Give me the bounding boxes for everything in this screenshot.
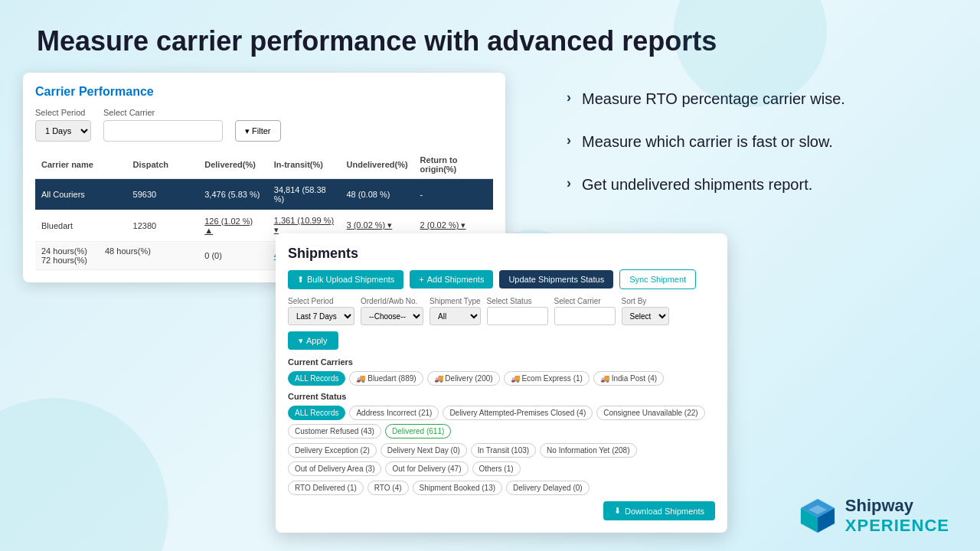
s-sort-group: Sort By Select bbox=[622, 297, 669, 325]
chip-delivery-attempted[interactable]: Delivery Attempted-Premises Closed (4) bbox=[443, 406, 593, 420]
logo-text: Shipway XPERIENCE bbox=[845, 496, 949, 536]
s-period-group: Select Period Last 7 Days bbox=[288, 297, 354, 325]
col-carrier-name: Carrier name bbox=[35, 151, 127, 179]
chip-delivered[interactable]: Delivered (611) bbox=[385, 424, 451, 439]
s-orderid-group: OrderId/Awb No. --Choose-- bbox=[361, 297, 423, 325]
chip-address-incorrect[interactable]: Address Incorrect (21) bbox=[349, 406, 439, 420]
chip-rto[interactable]: RTO (4) bbox=[368, 481, 409, 495]
bullet-text-2: Measure which carrier is fast or slow. bbox=[582, 131, 833, 152]
chip-customer-refused[interactable]: Customer Refused (43) bbox=[288, 424, 381, 439]
carrier-cell: Bluedart bbox=[35, 210, 127, 242]
col-undelivered: Undelivered(%) bbox=[341, 151, 414, 179]
delivered-cell[interactable]: 126 (1.02 %) ▲ bbox=[198, 210, 268, 242]
undelivered-cell: 48 (0.08 %) bbox=[341, 179, 414, 210]
delivered-cell: 3,476 (5.83 %) bbox=[198, 179, 268, 210]
s-type-label: Shipment Type bbox=[430, 297, 481, 305]
table-header-row: Carrier name Dispatch Delivered(%) In-tr… bbox=[35, 151, 493, 179]
shipments-card: Shipments ⬆ Bulk Upload Shipments + Add … bbox=[276, 233, 727, 533]
bullet-item-3: › Get undelivered shipments report. bbox=[567, 174, 957, 195]
carrier-filter-group: Select Carrier bbox=[103, 108, 223, 142]
s-orderid-label: OrderId/Awb No. bbox=[361, 297, 423, 305]
chip-shipment-booked[interactable]: Shipment Booked (13) bbox=[413, 481, 503, 495]
table-row: All Couriers 59630 3,476 (5.83 %) 34,814… bbox=[35, 179, 493, 210]
s-sort-label: Sort By bbox=[622, 297, 669, 305]
bullet-text-3: Get undelivered shipments report. bbox=[582, 174, 812, 195]
sub-hours-labels: 24 hours(%) 48 hours(%) 72 hours(%) bbox=[35, 242, 198, 270]
logo-area: Shipway XPERIENCE bbox=[798, 496, 949, 536]
current-status-label: Current Status bbox=[288, 392, 715, 401]
shipments-toolbar: ⬆ Bulk Upload Shipments + Add Shipments … bbox=[288, 269, 715, 289]
chip-rto-delivered[interactable]: RTO Delivered (1) bbox=[288, 481, 364, 495]
chip-delivery-next-day[interactable]: Delivery Next Day (0) bbox=[381, 443, 467, 458]
chip-delivery-delayed[interactable]: Delivery Delayed (0) bbox=[506, 481, 590, 495]
s-carrier-label: Select Carrier bbox=[554, 297, 616, 305]
bullet-arrow-1: › bbox=[567, 90, 571, 106]
carrier-card-title: Carrier Performance bbox=[35, 85, 493, 99]
hours-24-value: 0 (0) bbox=[198, 242, 268, 270]
chip-india-post[interactable]: 🚚 India Post (4) bbox=[593, 371, 664, 386]
s-status-group: Select Status bbox=[487, 297, 548, 325]
bulk-upload-button[interactable]: ⬆ Bulk Upload Shipments bbox=[288, 270, 403, 289]
col-in-transit: In-transit(%) bbox=[268, 151, 341, 179]
period-filter-group: Select Period 1 Days bbox=[35, 108, 91, 142]
chip-in-transit[interactable]: In Transit (103) bbox=[471, 443, 536, 458]
s-period-select[interactable]: Last 7 Days bbox=[288, 307, 354, 325]
chip-no-info[interactable]: No Information Yet (208) bbox=[540, 443, 636, 458]
hours-24-label: 24 hours(%) bbox=[41, 246, 87, 256]
in-transit-cell: 34,814 (58.38 %) bbox=[268, 179, 341, 210]
chip-consignee-unavailable[interactable]: Consignee Unavailable (22) bbox=[596, 406, 704, 420]
s-status-input[interactable] bbox=[487, 307, 548, 325]
bullet-item-1: › Measure RTO percentage carrier wise. bbox=[567, 88, 957, 109]
period-label: Select Period bbox=[35, 108, 91, 117]
bullet-text-1: Measure RTO percentage carrier wise. bbox=[582, 88, 845, 109]
chip-delivery-exception[interactable]: Delivery Exception (2) bbox=[288, 443, 377, 458]
apply-button[interactable]: ▾ Apply bbox=[288, 331, 338, 350]
current-carriers-label: Current Carriers bbox=[288, 357, 715, 367]
hours-48-label: 48 hours(%) bbox=[105, 246, 151, 256]
s-type-select[interactable]: All bbox=[430, 307, 481, 325]
bullet-item-2: › Measure which carrier is fast or slow. bbox=[567, 131, 957, 152]
bullet-arrow-2: › bbox=[567, 132, 571, 148]
logo-icon bbox=[798, 496, 838, 536]
screenshots-panel: Carrier Performance Select Period 1 Days… bbox=[23, 73, 536, 478]
period-select[interactable]: 1 Days bbox=[35, 120, 91, 142]
download-row: ⬇ Download Shipments bbox=[288, 501, 715, 520]
carrier-cell: All Couriers bbox=[35, 179, 127, 210]
s-carrier-group: Select Carrier bbox=[554, 297, 616, 325]
s-orderid-select[interactable]: --Choose-- bbox=[361, 307, 423, 325]
chip-all-records[interactable]: ALL Records bbox=[288, 371, 345, 386]
s-type-group: Shipment Type All bbox=[430, 297, 481, 325]
carrier-input[interactable] bbox=[103, 120, 223, 142]
current-status-chips-row3: RTO Delivered (1) RTO (4) Shipment Booke… bbox=[288, 481, 715, 495]
col-delivered: Delivered(%) bbox=[198, 151, 268, 179]
shipments-title: Shipments bbox=[288, 246, 715, 262]
add-shipments-button[interactable]: + Add Shipments bbox=[410, 270, 493, 289]
s-carrier-input[interactable] bbox=[554, 307, 616, 325]
chip-status-all[interactable]: ALL Records bbox=[288, 406, 345, 420]
current-status-chips-row1: ALL Records Address Incorrect (21) Deliv… bbox=[288, 406, 715, 439]
download-shipments-button[interactable]: ⬇ Download Shipments bbox=[603, 501, 715, 520]
chip-out-for-delivery[interactable]: Out for Delivery (47) bbox=[385, 461, 468, 476]
chip-out-delivery-area[interactable]: Out of Delivery Area (3) bbox=[288, 461, 381, 476]
chip-ecom-express[interactable]: 🚚 Ecom Express (1) bbox=[504, 371, 590, 386]
chip-delivery[interactable]: 🚚 Delivery (200) bbox=[427, 371, 500, 386]
page-title: Measure carrier performance with advance… bbox=[0, 0, 980, 73]
chip-others[interactable]: Others (1) bbox=[472, 461, 521, 476]
col-dispatch: Dispatch bbox=[127, 151, 199, 179]
return-origin-cell: - bbox=[414, 179, 493, 210]
sync-shipment-button[interactable]: Sync Shipment bbox=[619, 269, 696, 289]
logo-xperience: XPERIENCE bbox=[845, 516, 949, 536]
chip-bluedart[interactable]: 🚚 Bluedart (889) bbox=[349, 371, 423, 386]
update-status-button[interactable]: Update Shipments Status bbox=[499, 270, 613, 289]
bullet-arrow-3: › bbox=[567, 175, 571, 191]
logo-shipway: Shipway bbox=[845, 496, 913, 516]
current-carriers-chips: ALL Records 🚚 Bluedart (889) 🚚 Delivery … bbox=[288, 371, 715, 386]
filter-button[interactable]: ▾ Filter bbox=[235, 120, 281, 142]
s-sort-select[interactable]: Select bbox=[622, 307, 669, 325]
current-status-chips-row2: Delivery Exception (2) Delivery Next Day… bbox=[288, 443, 715, 476]
dispatch-cell: 59630 bbox=[127, 179, 199, 210]
shipment-filters: Select Period Last 7 Days OrderId/Awb No… bbox=[288, 297, 715, 350]
s-status-label: Select Status bbox=[487, 297, 548, 305]
carrier-filters: Select Period 1 Days Select Carrier ▾ Fi… bbox=[35, 108, 493, 142]
carrier-label: Select Carrier bbox=[103, 108, 223, 117]
